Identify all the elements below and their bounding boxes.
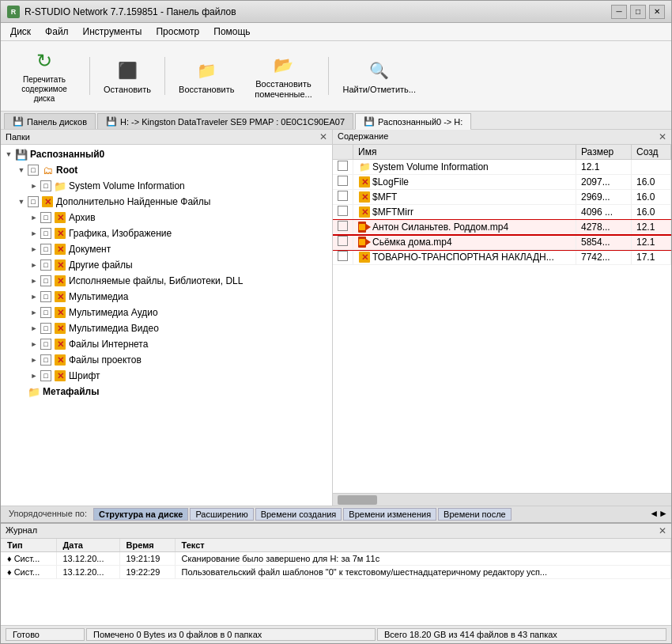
col-size[interactable]: Размер xyxy=(576,145,632,160)
checkbox-project-files[interactable]: □ xyxy=(40,354,51,366)
sort-bar: Упорядоченные по: Структура на диске Рас… xyxy=(1,506,671,522)
checkbox-sysvolinfo[interactable]: □ xyxy=(40,180,51,191)
expand-root[interactable]: ▼ xyxy=(15,166,28,174)
svg-text:✕: ✕ xyxy=(57,355,64,365)
col-date[interactable]: Созд xyxy=(632,145,671,160)
maximize-button[interactable]: □ xyxy=(630,5,646,19)
menu-disk[interactable]: Диск xyxy=(4,25,37,39)
expand-multimedia-video[interactable]: ► xyxy=(28,324,40,332)
expand-sysvolinfo[interactable]: ► xyxy=(28,182,40,190)
log-area: Журнал ✕ Тип Дата Время Текст ♦ Сист... … xyxy=(1,522,671,625)
tree-item-multimedia[interactable]: ► □ ✕ Мультимедиа xyxy=(1,289,332,305)
checkbox-multimedia-video[interactable]: □ xyxy=(40,323,51,334)
expand-multimedia[interactable]: ► xyxy=(28,293,40,301)
menu-view[interactable]: Просмотр xyxy=(149,25,206,39)
checkbox-root[interactable]: □ xyxy=(28,165,39,176)
checkbox-archive[interactable]: □ xyxy=(40,212,51,223)
expand-exe-dll[interactable]: ► xyxy=(28,277,40,285)
right-panel-close[interactable]: ✕ xyxy=(659,131,666,142)
tree-item-other[interactable]: ► □ ✕ Другие файлы xyxy=(1,257,332,273)
tree-item-document[interactable]: ► □ ✕ Документ xyxy=(1,241,332,257)
expand-other[interactable]: ► xyxy=(28,261,40,269)
file-row-tovarno[interactable]: ✕ ТОВАРНО-ТРАНСПОРТНАЯ НАКЛАДН... 7742..… xyxy=(333,250,671,265)
tree-item-multimedia-audio[interactable]: ► □ ✕ Мультимедиа Аудио xyxy=(1,305,332,320)
checkbox-multimedia[interactable]: □ xyxy=(40,291,51,302)
find-mark-button[interactable]: 🔍 Найти/Отметить... xyxy=(335,54,422,98)
close-button[interactable]: ✕ xyxy=(649,5,665,19)
sort-extension[interactable]: Расширению xyxy=(190,508,253,521)
checkbox-extra-found[interactable]: □ xyxy=(28,196,39,207)
menu-file[interactable]: Файл xyxy=(39,25,75,39)
stop-label: Остановить xyxy=(104,85,151,94)
tree-item-sysvolinfo[interactable]: ► □ 📁 System Volume Information xyxy=(1,178,332,194)
file-row-mftmirr[interactable]: ✕ $MFTMirr 4096 ... 16.0 xyxy=(333,205,671,220)
file-row-syomka-video[interactable]: Сьёмка дома.mp4 5854... 12.1 xyxy=(333,235,671,250)
rescan-button[interactable]: ↻ Перечитать содержимое диска xyxy=(6,44,83,108)
checkbox-fonts[interactable]: □ xyxy=(40,370,51,381)
label-other: Другие файлы xyxy=(69,259,133,271)
left-panel-close[interactable]: ✕ xyxy=(319,131,327,142)
restore-button[interactable]: 📁 Восстановить xyxy=(172,54,241,98)
checkbox-document[interactable]: □ xyxy=(40,244,51,255)
checkbox-multimedia-audio[interactable]: □ xyxy=(40,307,51,318)
tree-item-fonts[interactable]: ► □ ✕ Шрифт xyxy=(1,368,332,384)
log-panel-close[interactable]: ✕ xyxy=(659,525,666,536)
file-checkbox-syomka-video[interactable] xyxy=(333,235,353,250)
expand-internet-files[interactable]: ► xyxy=(28,340,40,348)
file-table[interactable]: Имя Размер Созд xyxy=(333,145,671,493)
checkbox-internet-files[interactable]: □ xyxy=(40,339,51,350)
file-checkbox-sysvolinfo[interactable] xyxy=(333,160,353,175)
minimize-button[interactable]: ─ xyxy=(611,5,627,19)
checkbox-graphics[interactable]: □ xyxy=(40,228,51,239)
stop-button[interactable]: ⬛ Остановить xyxy=(96,54,158,98)
tree-item-metafiles[interactable]: 📁 Метафайлы xyxy=(1,384,332,400)
expand-document[interactable]: ► xyxy=(28,245,40,253)
expand-graphics[interactable]: ► xyxy=(28,229,40,237)
expand-archive[interactable]: ► xyxy=(28,214,40,222)
expand-multimedia-audio[interactable]: ► xyxy=(28,309,40,316)
checkbox-other[interactable]: □ xyxy=(40,259,51,271)
tab-recognized[interactable]: 💾 Распознанный0 -> H: xyxy=(355,113,471,130)
tree-item-multimedia-video[interactable]: ► □ ✕ Мультимедиа Видео xyxy=(1,320,332,336)
expand-root-drive[interactable]: ▼ xyxy=(2,150,15,158)
sort-modified[interactable]: Времени изменения xyxy=(343,508,436,521)
menu-tools[interactable]: Инструменты xyxy=(77,25,149,39)
toolbar-separator-2 xyxy=(164,57,165,95)
sort-created[interactable]: Времени создания xyxy=(255,508,342,521)
menu-help[interactable]: Помощь xyxy=(207,25,256,39)
log-table[interactable]: Тип Дата Время Текст ♦ Сист... 13.12.20.… xyxy=(1,539,671,625)
sort-disk-structure[interactable]: Структура на диске xyxy=(93,508,188,521)
horizontal-scrollbar[interactable] xyxy=(333,493,671,506)
sort-nav-icons[interactable]: ◄► xyxy=(649,508,668,521)
expand-fonts[interactable]: ► xyxy=(28,372,40,380)
tab-disk-panel[interactable]: 💾 Панель дисков xyxy=(4,113,96,129)
tree-item-graphics[interactable]: ► □ ✕ Графика, Изображение xyxy=(1,225,332,241)
toolbar-separator-3 xyxy=(328,57,329,95)
file-checkbox-tovarno[interactable] xyxy=(333,250,353,265)
checkbox-exe-dll[interactable]: □ xyxy=(40,275,51,286)
file-row-mft[interactable]: ✕ $MFT 2969... 16.0 xyxy=(333,190,671,205)
col-name[interactable]: Имя xyxy=(353,145,576,160)
tree-item-internet-files[interactable]: ► □ ✕ Файлы Интернета xyxy=(1,336,332,352)
tree-item-extra-found[interactable]: ▼ □ ✕ Дополнительно Найденные Файлы xyxy=(1,194,332,210)
tab-h-drive[interactable]: 💾 H: -> Kingston DataTraveler SE9 PMAP :… xyxy=(97,113,353,129)
tree-area[interactable]: ▼ 💾 Распознанный0 ▼ □ 🗂 Root ► □ 📁 Syste… xyxy=(1,145,332,506)
tree-item-project-files[interactable]: ► □ ✕ Файлы проектов xyxy=(1,352,332,368)
expand-project-files[interactable]: ► xyxy=(28,356,40,364)
tree-item-root-drive[interactable]: ▼ 💾 Распознанный0 xyxy=(1,146,332,162)
restore-marked-button[interactable]: 📂 Восстановить помеченные... xyxy=(244,48,322,104)
icon-exe-dll: ✕ xyxy=(54,275,66,287)
log-date-1: 13.12.20... xyxy=(56,552,119,566)
file-checkbox-logfile[interactable] xyxy=(333,175,353,190)
expand-extra-found[interactable]: ▼ xyxy=(15,198,28,206)
tree-item-archive[interactable]: ► □ ✕ Архив xyxy=(1,210,332,225)
file-checkbox-mftmirr[interactable] xyxy=(333,205,353,220)
tree-item-exe-dll[interactable]: ► □ ✕ Исполняемые файлы, Библиотеки, DLL xyxy=(1,273,332,289)
file-checkbox-anton-video[interactable] xyxy=(333,220,353,235)
file-row-sysvolinfo[interactable]: 📁 System Volume Information 12.1 xyxy=(333,160,671,175)
tree-item-root[interactable]: ▼ □ 🗂 Root xyxy=(1,162,332,178)
sort-last-access[interactable]: Времени после xyxy=(438,508,512,521)
file-row-logfile[interactable]: ✕ $LogFile 2097... 16.0 xyxy=(333,175,671,190)
file-row-anton-video[interactable]: Антон Силаньтев. Роддом.mp4 4278... 12.1 xyxy=(333,220,671,235)
file-checkbox-mft[interactable] xyxy=(333,190,353,205)
